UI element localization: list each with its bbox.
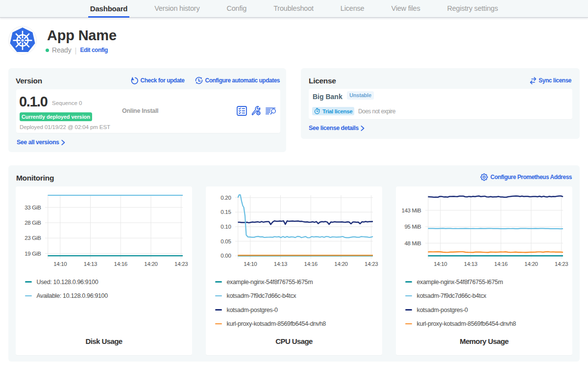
svg-text:0.10: 0.10	[220, 224, 231, 230]
svg-text:0.05: 0.05	[220, 238, 231, 244]
svg-text:14:10: 14:10	[244, 261, 257, 267]
svg-text:14:20: 14:20	[144, 261, 157, 267]
svg-text:14:23: 14:23	[365, 261, 378, 267]
svg-text:23 GiB: 23 GiB	[24, 235, 41, 241]
svg-text:14:16: 14:16	[304, 261, 318, 267]
svg-text:14:10: 14:10	[53, 261, 67, 267]
svg-text:0.20: 0.20	[220, 195, 231, 201]
svg-text:14:13: 14:13	[464, 261, 477, 267]
svg-text:14:16: 14:16	[494, 261, 508, 267]
svg-text:0.15: 0.15	[220, 209, 231, 215]
svg-text:33 GiB: 33 GiB	[24, 205, 41, 210]
svg-text:14:13: 14:13	[274, 261, 287, 267]
svg-text:14:13: 14:13	[84, 261, 97, 267]
svg-text:14:23: 14:23	[555, 261, 568, 267]
svg-text:19 GiB: 19 GiB	[24, 251, 41, 257]
svg-text:14:10: 14:10	[434, 261, 447, 267]
svg-text:14:20: 14:20	[334, 261, 347, 267]
svg-text:28 GiB: 28 GiB	[24, 220, 41, 226]
svg-text:143 MiB: 143 MiB	[401, 208, 421, 213]
svg-text:14:23: 14:23	[174, 261, 188, 267]
svg-text:48 MiB: 48 MiB	[405, 240, 422, 246]
svg-text:14:20: 14:20	[524, 261, 538, 267]
svg-text:0.00: 0.00	[220, 253, 231, 259]
svg-text:95 MiB: 95 MiB	[405, 224, 422, 230]
svg-text:14:16: 14:16	[114, 261, 127, 267]
